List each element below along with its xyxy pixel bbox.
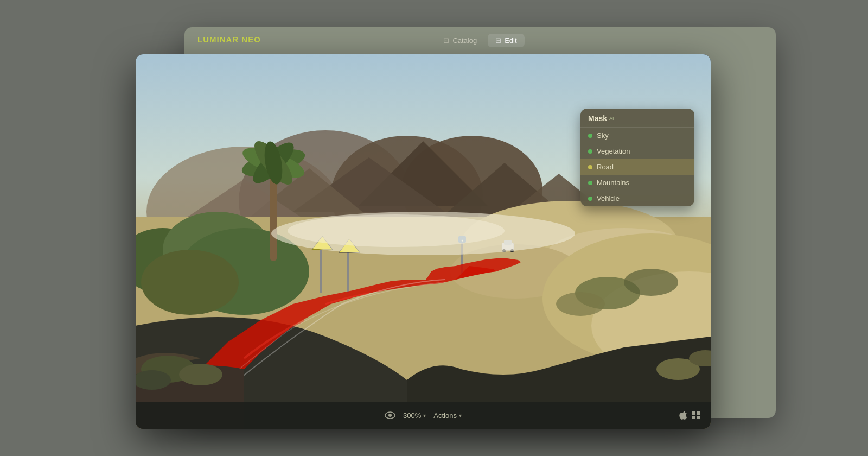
zoom-indicator[interactable]: 300% ▾: [403, 411, 426, 420]
svg-point-45: [179, 364, 222, 385]
app-logo: LUMINAR NEO: [197, 35, 261, 44]
catalog-label: Catalog: [452, 36, 477, 45]
zoom-chevron-icon: ▾: [423, 413, 426, 419]
actions-button[interactable]: Actions ▾: [433, 411, 462, 420]
app-container: LUMINAR NEO ⊡ Catalog ⊟ Edit: [136, 27, 732, 429]
platform-icons: [679, 411, 700, 420]
logo-neo: NEO: [241, 35, 261, 44]
svg-rect-28: [320, 250, 322, 293]
svg-rect-30: [347, 252, 349, 293]
logo-luminar: LUMINAR: [197, 35, 239, 44]
mask-item-road[interactable]: Road: [580, 159, 694, 175]
mask-item-vegetation[interactable]: Vegetation: [580, 143, 694, 159]
svg-rect-52: [697, 411, 700, 415]
bottom-bar-center: 300% ▾ Actions ▾: [385, 411, 462, 420]
catalog-icon: ⊡: [443, 36, 449, 45]
nav-tabs: ⊡ Catalog ⊟ Edit: [436, 34, 524, 47]
mask-item-label-road: Road: [597, 163, 614, 171]
mask-dot-vehicle: [588, 197, 592, 201]
mask-dot-sky: [588, 134, 592, 138]
mask-item-label-sky: Sky: [597, 131, 609, 140]
mask-panel-header: Mask AI: [580, 109, 694, 128]
windows-icon: [692, 411, 700, 419]
tab-catalog[interactable]: ⊡ Catalog: [436, 34, 484, 47]
zoom-value: 300%: [403, 411, 421, 420]
bottom-bar: 300% ▾ Actions ▾: [136, 402, 711, 429]
actions-label: Actions: [433, 411, 457, 420]
edit-label: Edit: [505, 36, 516, 45]
visibility-toggle[interactable]: [385, 411, 395, 419]
mask-ai-badge: AI: [609, 116, 614, 121]
main-window: ●: [136, 54, 711, 429]
svg-point-42: [624, 269, 678, 296]
actions-chevron-icon: ▾: [459, 413, 462, 419]
mask-panel: Mask AI SkyVegetationRoadMountainsVehicl…: [580, 109, 694, 206]
svg-rect-22: [270, 174, 277, 261]
mask-item-label-vegetation: Vegetation: [597, 147, 630, 155]
mask-dot-vegetation: [588, 149, 592, 154]
mask-panel-title: Mask: [588, 114, 607, 123]
photo-canvas: ●: [136, 54, 711, 429]
svg-point-43: [556, 292, 605, 316]
svg-point-40: [288, 214, 505, 247]
svg-rect-54: [697, 416, 700, 419]
tab-edit[interactable]: ⊟ Edit: [488, 34, 524, 47]
apple-icon: [679, 411, 688, 420]
mask-item-label-mountains: Mountains: [597, 179, 629, 187]
edit-icon: ⊟: [495, 36, 501, 45]
svg-rect-51: [692, 411, 695, 415]
mask-dot-road: [588, 165, 592, 169]
mask-item-vehicle[interactable]: Vehicle: [580, 191, 694, 206]
svg-rect-53: [692, 416, 695, 419]
titlebar: LUMINAR NEO ⊡ Catalog ⊟ Edit: [184, 27, 776, 53]
mask-items-list: SkyVegetationRoadMountainsVehicle: [580, 128, 694, 206]
mask-item-label-vehicle: Vehicle: [597, 194, 620, 202]
mask-dot-mountains: [588, 181, 592, 185]
mask-item-mountains[interactable]: Mountains: [580, 175, 694, 191]
svg-point-50: [388, 414, 392, 417]
mask-item-sky[interactable]: Sky: [580, 128, 694, 143]
svg-point-21: [141, 250, 239, 315]
